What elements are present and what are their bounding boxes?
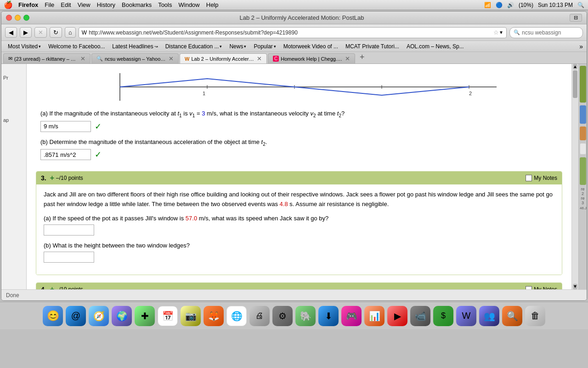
url-dropdown[interactable]: ▼ (499, 30, 503, 35)
apple-menu[interactable]: 🍎 (4, 0, 13, 9)
answer-input-2b[interactable] (40, 149, 91, 160)
reload-button[interactable]: ↻ (50, 27, 62, 38)
tab-favicon: 🔍 (96, 56, 103, 62)
tab-close-button[interactable]: ✕ (80, 55, 85, 62)
menu-history[interactable]: History (97, 1, 115, 8)
answer-row-3b (44, 252, 554, 263)
search-icon: 🔍 (514, 29, 520, 35)
dock-photos[interactable]: 🌍 (112, 306, 132, 326)
bookmark-news[interactable]: News ▾ (226, 42, 249, 51)
notes-checkbox-3[interactable] (526, 175, 532, 181)
chevron-down-icon: ▾ (220, 44, 222, 49)
right-panel-blue (580, 105, 586, 124)
menu-right: 📶 🔵 🔊 (10%) Sun 10:13 PM 🔍 (484, 2, 584, 8)
search-bar[interactable]: 🔍 ncsu webassign (509, 27, 583, 38)
bookmark-label: MCAT Private Tutori... (345, 43, 399, 50)
points-add-icon: + (50, 174, 54, 182)
dock-search2[interactable]: 🔍 (502, 306, 522, 326)
tab-yahoo-mail[interactable]: ✉ (23 unread) – rkittaney – Yahoo... ✕ (3, 53, 90, 63)
back-button[interactable]: ◀ (5, 27, 17, 38)
tab-close-button[interactable]: ✕ (257, 55, 262, 62)
menu-file[interactable]: File (45, 1, 54, 8)
dock-game[interactable]: 🎮 (341, 306, 362, 326)
dock-quicktime[interactable]: 📹 (410, 306, 430, 326)
bookmark-mcat[interactable]: MCAT Private Tutori... (343, 42, 402, 51)
dock-utility[interactable]: ✚ (135, 306, 155, 326)
scroll-down[interactable]: ▼ (573, 284, 577, 289)
dock-people[interactable]: 👥 (479, 306, 499, 326)
dock-mail[interactable]: @ (66, 306, 86, 326)
dock-word[interactable]: W (456, 306, 476, 326)
dock-calendar[interactable]: 📅 (158, 306, 178, 326)
dock-safari[interactable]: 🧭 (89, 306, 109, 326)
dock-evernote[interactable]: 🐘 (295, 306, 316, 326)
maximize-button[interactable] (23, 15, 29, 21)
dock-chrome[interactable]: 🌐 (226, 306, 247, 326)
close-button[interactable] (6, 15, 12, 21)
bookmark-popular[interactable]: Popular ▾ (251, 42, 278, 51)
tab-yahoo-search[interactable]: 🔍 ncsu webassign – Yahoo! Searc... ✕ (91, 53, 179, 63)
tab-webassign[interactable]: W Lab 2 – Uniformly Accelerated ... ✕ (180, 53, 267, 63)
right-panel-green (580, 66, 586, 103)
bookmark-distance-ed[interactable]: Distance Education ... ▾ (163, 42, 225, 51)
url-bar[interactable]: W http://www.webassign.net/web/Student/A… (79, 27, 507, 38)
answer-input-3a[interactable] (44, 224, 94, 236)
bookmark-facebook[interactable]: Welcome to Faceboo... (45, 42, 107, 51)
scrollbar[interactable]: ▲ ▼ (571, 64, 578, 289)
dock-powerpoint[interactable]: 📊 (364, 306, 384, 326)
my-notes-button-4[interactable]: My Notes (526, 286, 557, 289)
dock-settings[interactable]: ⚙ (272, 306, 293, 326)
notes-checkbox-4[interactable] (526, 286, 532, 289)
bookmark-motorweek[interactable]: Motorweek Video of ... (281, 42, 341, 51)
sub-question-2a-label: (a) If the magnitude of the instantaneou… (40, 110, 562, 118)
rss-icon: ↝ (154, 44, 158, 49)
minimize-button[interactable] (15, 15, 21, 21)
question-4-block: 4. + –/10 points My Notes A ball is thro… (36, 282, 562, 289)
zoom-button[interactable]: ⊟ (570, 14, 582, 22)
forward-button[interactable]: ▶ (20, 27, 32, 38)
menu-help[interactable]: Help (206, 1, 219, 8)
dock-finder[interactable]: 😊 (43, 306, 63, 326)
my-notes-button-3[interactable]: My Notes (526, 175, 557, 181)
bookmark-most-visited[interactable]: Most Visited ▾ (5, 42, 44, 51)
menu-tools[interactable]: Tools (158, 1, 172, 8)
dock-iphoto[interactable]: 📷 (181, 306, 201, 326)
scroll-up[interactable]: ▲ (573, 64, 577, 69)
stop-button[interactable]: ✕ (34, 27, 47, 38)
tab-chegg[interactable]: C Homework Help | Chegg.com ✕ (268, 53, 355, 63)
dock-finance[interactable]: $ (433, 306, 453, 326)
dock-itunes[interactable]: ▶ (387, 306, 407, 326)
bookmark-star[interactable]: ☆ (493, 29, 499, 36)
dock-firefox[interactable]: 🦊 (204, 306, 224, 326)
bluetooth-icon: 🔵 (496, 2, 503, 8)
tab-close-button[interactable]: ✕ (169, 55, 174, 62)
new-tab-button[interactable]: + (356, 51, 368, 63)
tab-title: (23 unread) – rkittaney – Yahoo... (14, 56, 78, 62)
dock-download[interactable]: ⬇ (318, 306, 339, 326)
dock-trash[interactable]: 🗑 (525, 306, 545, 326)
graph-area: 1 2 (36, 69, 562, 105)
question-3-text: Jack and Jill are on two different floor… (44, 190, 554, 209)
answer-input-2a[interactable] (40, 121, 91, 132)
sidebar-text-pr: Pr (3, 75, 24, 80)
dock-scanner[interactable]: 🖨 (249, 306, 270, 326)
scrollbar-thumb[interactable] (573, 70, 577, 98)
home-button[interactable]: ⌂ (65, 27, 76, 38)
search-icon[interactable]: 🔍 (577, 2, 584, 8)
tab-close-button[interactable]: ✕ (345, 55, 350, 62)
page-content: 1 2 (a) If the magnitude of the instanta… (27, 64, 571, 289)
menu-window[interactable]: Window (179, 1, 200, 8)
bookmark-aol[interactable]: AOL.com – News, Sp... (404, 42, 467, 51)
menu-view[interactable]: View (78, 1, 90, 8)
right-panel: re 2re 3 46.JPG (578, 64, 587, 289)
menu-bookmarks[interactable]: Bookmarks (122, 1, 152, 8)
bookmarks-more[interactable]: » (579, 43, 583, 50)
bookmark-label: Motorweek Video of ... (283, 43, 338, 50)
answer-input-3b[interactable] (44, 252, 94, 263)
traffic-lights (6, 15, 29, 21)
bookmark-headlines[interactable]: Latest Headlines ↝ (109, 42, 160, 51)
menu-edit[interactable]: Edit (61, 1, 71, 8)
menu-firefox[interactable]: Firefox (18, 1, 38, 8)
svg-text:2: 2 (469, 91, 472, 96)
question-4-points: + –/10 points (50, 285, 83, 289)
